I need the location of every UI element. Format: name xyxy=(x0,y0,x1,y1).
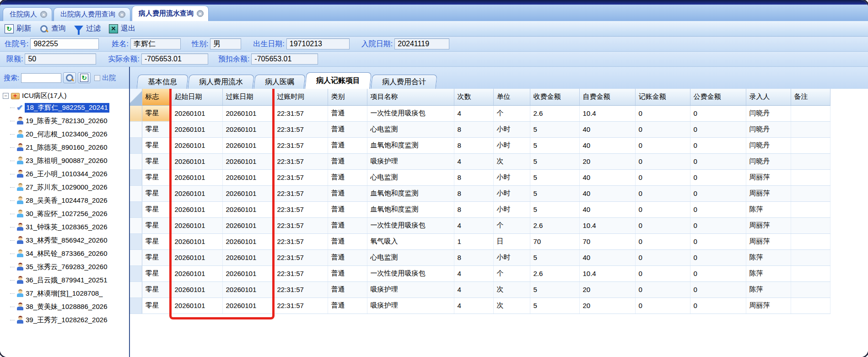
close-icon[interactable]: ✕ xyxy=(119,11,125,18)
tree-item-patient[interactable]: 35_张秀云_769283_20260 xyxy=(0,260,129,274)
query-button[interactable]: 查询 xyxy=(39,24,66,33)
tree-connector xyxy=(10,147,15,148)
tree-item-patient[interactable]: 39_王秀芳_1028262_2026 xyxy=(0,314,129,327)
table-row[interactable]: 零星202601012026010122:31:57普通一次性使用吸痰包4个2.… xyxy=(130,217,830,233)
table-row[interactable]: 零星202601012026010122:31:57普通血氧饱和度监测8小时54… xyxy=(130,137,830,153)
tab-discharged-fee-query[interactable]: 出院病人费用查询 ✕ xyxy=(54,7,130,21)
billing-grid-area: 标志起始日期过账日期过账时间类别项目名称次数单位收费金额自费金额记账金额公费金额… xyxy=(130,89,868,357)
cell: 0 xyxy=(635,281,690,298)
cell: 0 xyxy=(635,249,690,265)
exit-button[interactable]: ✕ 退出 xyxy=(109,24,135,33)
cell: 5 xyxy=(530,137,579,153)
close-icon[interactable]: ✕ xyxy=(40,11,47,18)
tree-connector xyxy=(10,240,15,241)
cell: 0 xyxy=(690,298,746,314)
tree-item-patient[interactable]: 27_苏川东_1029000_2026 xyxy=(0,181,129,194)
table-row[interactable]: 零星202601012026010122:31:57普通一次性使用吸痰包4个2.… xyxy=(130,105,830,121)
cell: 普通 xyxy=(328,249,367,265)
table-row[interactable]: 零星202601012026010122:31:57普通一次性使用吸痰包4个2.… xyxy=(130,265,830,281)
exit-icon: ✕ xyxy=(109,24,118,33)
cell: 零星 xyxy=(142,249,171,265)
ward-folder-icon xyxy=(11,93,20,99)
tree-root-ward[interactable]: − ICU病区(17人) xyxy=(0,91,129,101)
refresh-list-button[interactable]: ↻ xyxy=(78,72,91,83)
grid-corner-cell[interactable] xyxy=(130,89,142,105)
cell: 2.6 xyxy=(530,217,579,233)
tree-item-patient[interactable]: 23_陈祖明_900887_20260 xyxy=(0,154,129,168)
patient-label: 35_张秀云_769283_20260 xyxy=(26,263,107,271)
cell xyxy=(791,185,830,201)
search-input[interactable] xyxy=(21,73,61,83)
cell: 普通 xyxy=(328,169,367,185)
close-icon[interactable]: ✕ xyxy=(197,10,204,17)
cell: 0 xyxy=(635,298,690,314)
collapse-icon[interactable]: − xyxy=(3,93,9,99)
refresh-icon: ↻ xyxy=(5,24,14,33)
tree-item-patient[interactable]: 26_王小明_1010344_2026 xyxy=(0,168,129,181)
table-row[interactable]: 零星202601012026010122:31:57普通吸痰护理4次52000闫… xyxy=(130,153,830,169)
tree-item-patient[interactable]: 31_钟珠英_1028365_2026 xyxy=(0,221,129,234)
cell: 22:31:57 xyxy=(274,249,328,265)
table-row[interactable]: 零星202601012026010122:31:57普通心电监测8小时54000… xyxy=(130,249,830,265)
column-header[interactable]: 过账日期 xyxy=(222,89,274,105)
table-row[interactable]: 零星202601012026010122:31:57普通吸痰护理4次52000周… xyxy=(130,298,830,314)
table-row[interactable]: 零星202601012026010122:31:57普通血氧饱和度监测8小时54… xyxy=(130,185,830,201)
search-go-button[interactable] xyxy=(63,72,76,83)
cell: 零星 xyxy=(142,233,171,249)
female-patient-icon xyxy=(16,170,24,179)
tree-item-patient[interactable]: 30_蒋应怀_1027256_2026 xyxy=(0,207,129,221)
column-header[interactable]: 备注 xyxy=(791,89,830,105)
table-row[interactable]: 零星202601012026010122:31:57普通氧气吸入1日707000… xyxy=(130,233,830,249)
tab-inpatients[interactable]: 住院病人 ✕ xyxy=(3,7,52,21)
cell: 4 xyxy=(454,105,493,121)
tree-item-patient[interactable]: ✔18_李辉仁_982255_20241 xyxy=(0,101,129,114)
cell: 22:31:57 xyxy=(274,265,328,281)
admission-no-field[interactable]: 982255 xyxy=(30,38,99,49)
tree-item-patient[interactable]: 37_林谟增[贫]_1028708_ xyxy=(0,287,129,300)
column-header[interactable]: 记账金额 xyxy=(635,89,690,105)
column-header[interactable]: 录入人 xyxy=(746,89,791,105)
tree-item-patient[interactable]: 20_何志根_1023406_2026 xyxy=(0,128,129,141)
column-header[interactable]: 项目名称 xyxy=(367,89,454,105)
column-header[interactable]: 次数 xyxy=(454,89,493,105)
cell xyxy=(791,121,830,137)
tree-item-patient[interactable]: 21_陈德英_890160_20260 xyxy=(0,141,129,154)
column-header[interactable]: 公费金额 xyxy=(690,89,746,105)
column-header[interactable]: 单位 xyxy=(493,89,530,105)
tree-connector xyxy=(10,161,15,161)
filter-button[interactable]: 过滤 xyxy=(74,24,101,33)
tab-fee-flow[interactable]: 病人费用流水 xyxy=(188,75,254,89)
column-header[interactable]: 收费金额 xyxy=(530,89,579,105)
tree-item-patient[interactable]: 28_吴美香_1024478_2026 xyxy=(0,194,129,207)
column-header[interactable]: 类别 xyxy=(328,89,367,105)
tree-item-patient[interactable]: 38_黄美妹_1028886_2026 xyxy=(0,300,129,314)
tab-fee-total[interactable]: 病人费用合计 xyxy=(371,75,437,89)
admission-date-field: 20241119 xyxy=(394,38,449,49)
table-row[interactable]: 零星202601012026010122:31:57普通吸痰护理4次52000陈… xyxy=(130,281,830,298)
table-row[interactable]: 零星202601012026010122:31:57普通血氧饱和度监测8小时54… xyxy=(130,201,830,217)
refresh-button[interactable]: ↻ 刷新 xyxy=(5,24,31,33)
cell: 零星 xyxy=(142,281,171,298)
tree-item-patient[interactable]: 33_林秀莹_856942_20260 xyxy=(0,234,129,247)
cell: 普通 xyxy=(328,137,367,153)
cell: 4 xyxy=(454,281,493,298)
tab-patient-fee-flow-query[interactable]: 病人费用流水查询 ✕ xyxy=(132,5,209,21)
tab-doctor-orders[interactable]: 病人医嘱 xyxy=(253,75,305,89)
cell: 一次性使用吸痰包 xyxy=(367,265,454,281)
tree-item-patient[interactable]: 34_林民铨_873366_20260 xyxy=(0,247,129,260)
table-row[interactable]: 零星202601012026010122:31:57普通心电监测8小时54000… xyxy=(130,169,830,185)
column-header[interactable]: 过账时间 xyxy=(274,89,328,105)
tree-item-patient[interactable]: 19_陈香英_782130_20260 xyxy=(0,114,129,128)
tab-billing-items[interactable]: 病人记账项目 xyxy=(305,72,372,89)
tree-item-patient[interactable]: 36_吕云娥_879941_20251 xyxy=(0,274,129,287)
column-header[interactable]: 标志 xyxy=(142,89,171,105)
cell: 0 xyxy=(635,153,690,169)
column-header[interactable]: 起始日期 xyxy=(171,89,222,105)
tree-connector xyxy=(10,214,15,214)
discharged-checkbox[interactable] xyxy=(94,75,100,81)
column-header[interactable]: 自费金额 xyxy=(579,89,635,105)
tab-basic-info[interactable]: 基本信息 xyxy=(136,75,188,89)
cell: 22:31:57 xyxy=(274,137,328,153)
patient-label: 31_钟珠英_1028365_2026 xyxy=(26,223,107,232)
table-row[interactable]: 零星202601012026010122:31:57普通心电监测8小时54000… xyxy=(130,121,830,137)
